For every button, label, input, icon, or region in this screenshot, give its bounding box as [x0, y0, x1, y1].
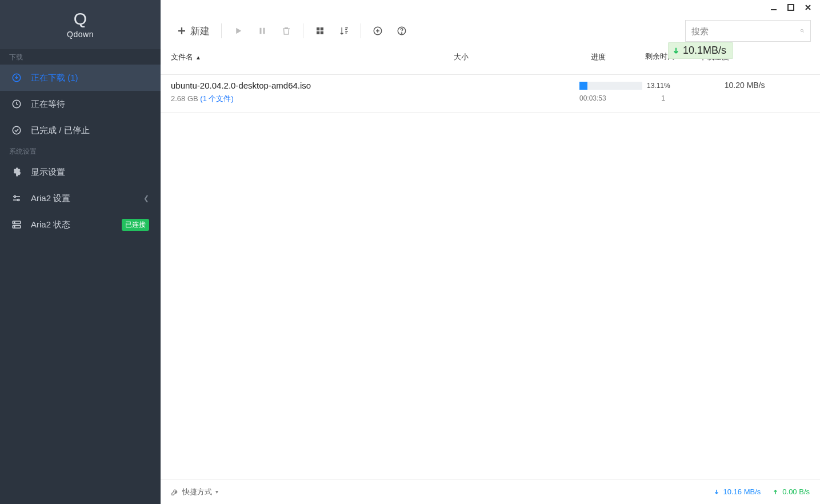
chevron-left-icon: ❮ — [143, 194, 149, 202]
download-row[interactable]: ubuntu-20.04.2.0-desktop-amd64.iso 2.68 … — [161, 75, 820, 113]
row-remaining: 00:03:53 — [579, 94, 606, 102]
search-icon — [800, 26, 805, 35]
svg-point-3 — [14, 196, 16, 198]
column-header-filename[interactable]: 文件名▲ — [171, 47, 454, 62]
sidebar-item-label: Aria2 设置 — [31, 193, 143, 204]
toolbar-separator — [303, 23, 303, 38]
start-button[interactable] — [226, 20, 250, 42]
download-arrow-icon — [671, 46, 681, 55]
svg-rect-12 — [317, 27, 319, 30]
table-body: ubuntu-20.04.2.0-desktop-amd64.iso 2.68 … — [161, 75, 820, 479]
delete-button[interactable] — [274, 20, 298, 42]
row-connections: 1 — [661, 94, 665, 102]
svg-point-2 — [13, 126, 21, 134]
svg-point-7 — [14, 222, 15, 223]
main-panel: 新建 — [161, 0, 820, 504]
row-files-link[interactable]: (1 个文件) — [200, 94, 234, 103]
help-button[interactable] — [390, 20, 414, 42]
toolbar-separator — [221, 23, 222, 38]
grid-view-button[interactable] — [308, 20, 332, 42]
svg-point-18 — [401, 33, 402, 33]
sidebar-item-aria2-settings[interactable]: Aria2 设置 ❮ — [0, 185, 161, 211]
svg-rect-10 — [260, 28, 262, 34]
row-dlspeed: 10.20 MB/s — [725, 81, 793, 104]
svg-point-8 — [14, 226, 15, 227]
wrench-icon — [171, 488, 179, 496]
svg-rect-13 — [321, 27, 323, 30]
app-brand: Q Qdown — [0, 0, 161, 49]
new-task-label: 新建 — [190, 25, 210, 38]
sidebar-item-aria2-status[interactable]: Aria2 状态 已连接 — [0, 211, 161, 238]
download-arrow-icon — [713, 489, 720, 495]
sidebar-item-display-settings[interactable]: 显示设置 — [0, 159, 161, 185]
upload-arrow-icon — [772, 489, 779, 495]
brand-logo: Q — [74, 10, 87, 27]
progress-percent: 13.11% — [647, 82, 670, 90]
sidebar-section-settings: 系统设置 — [0, 143, 161, 159]
sort-caret-icon: ▲ — [195, 54, 201, 61]
status-badge-connected: 已连接 — [122, 219, 149, 231]
svg-rect-15 — [321, 31, 323, 34]
search-box[interactable] — [685, 20, 811, 42]
server-icon — [11, 219, 22, 230]
window-minimize-button[interactable] — [765, 1, 782, 14]
sort-button[interactable] — [332, 20, 356, 42]
row-filename: ubuntu-20.04.2.0-desktop-amd64.iso — [171, 81, 454, 90]
svg-point-4 — [18, 199, 19, 201]
shortcut-label: 快捷方式 — [182, 487, 212, 497]
gear-icon — [11, 167, 22, 177]
svg-rect-9 — [788, 5, 794, 10]
window-close-button[interactable] — [799, 1, 817, 14]
sidebar-section-downloads: 下载 — [0, 49, 161, 65]
brand-name: Qdown — [67, 30, 94, 39]
toolbar-separator — [361, 23, 361, 38]
window-maximize-button[interactable] — [782, 1, 799, 14]
sidebar-item-waiting[interactable]: 正在等待 — [0, 91, 161, 117]
sidebar-item-label: 显示设置 — [31, 167, 149, 178]
footer-upload-speed: 0.00 B/s — [772, 487, 810, 496]
sidebar: Q Qdown 下载 正在下载 (1) 正在等待 已完成 / 已停止 系统设置 — [0, 0, 161, 504]
speed-overlay: 10.1MB/s — [668, 42, 733, 59]
sidebar-item-label: 正在下载 (1) — [31, 73, 149, 83]
footer-download-speed: 10.16 MB/s — [713, 487, 761, 496]
status-bar: 快捷方式 ▾ 10.16 MB/s 0.00 B/s — [161, 479, 820, 504]
overlay-speed-value: 10.1MB/s — [683, 45, 726, 57]
download-icon — [11, 73, 22, 83]
search-input[interactable] — [691, 26, 800, 36]
sidebar-item-label: Aria2 状态 — [31, 219, 122, 230]
column-header-progress[interactable]: 进度 — [591, 47, 645, 62]
row-size: 2.68 GB — [171, 94, 198, 103]
svg-rect-11 — [263, 28, 265, 34]
caret-down-icon: ▾ — [215, 489, 218, 495]
check-circle-icon — [11, 125, 22, 135]
sliders-icon — [11, 193, 22, 203]
svg-rect-14 — [317, 31, 319, 34]
sidebar-item-label: 正在等待 — [31, 99, 149, 110]
add-server-button[interactable] — [366, 20, 390, 42]
clock-icon — [11, 99, 22, 109]
sidebar-item-label: 已完成 / 已停止 — [31, 125, 149, 136]
window-controls — [765, 1, 817, 14]
pause-button[interactable] — [250, 20, 274, 42]
progress-bar — [579, 82, 642, 90]
new-task-button[interactable]: 新建 — [170, 20, 217, 42]
column-header-size[interactable]: 大小 — [454, 47, 591, 62]
shortcut-menu[interactable]: 快捷方式 ▾ — [171, 487, 218, 497]
sidebar-item-completed[interactable]: 已完成 / 已停止 — [0, 117, 161, 143]
svg-point-19 — [801, 29, 803, 31]
sidebar-item-downloading[interactable]: 正在下载 (1) — [0, 65, 161, 91]
